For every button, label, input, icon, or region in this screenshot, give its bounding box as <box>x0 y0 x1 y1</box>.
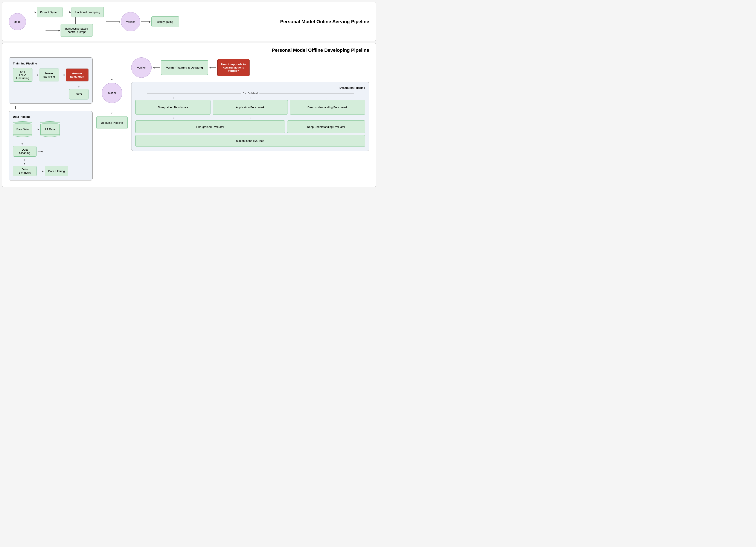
dpo-section: ▼ DPO <box>13 82 88 99</box>
node-answer-evaluation: Answer Evaluation <box>66 68 88 81</box>
node-verifier-training: Verifier Training & Updating <box>161 60 208 75</box>
training-flow: SFT LoRA Finetuning ▶ Answer Sampling <box>13 68 88 82</box>
synthesis-filtering-row: Data Synthesis ▶ Data Filtering <box>13 166 88 176</box>
node-verifier-online: Verifier <box>121 12 140 31</box>
data-pipeline-box: Data Pipeline Raw Data <box>9 111 93 180</box>
node-data-synthesis: Data Synthesis <box>13 166 37 176</box>
ae-down-arrow <box>112 70 112 77</box>
model-down-arrow <box>112 105 112 110</box>
node-fine-grained-evaluator: Fine-grained Evaluator <box>135 120 285 133</box>
node-deep-understanding-evaluator: Deep Understanding Evaluator <box>287 120 365 133</box>
raw-down-arrow <box>13 139 88 141</box>
data-cleaning-row: Data Cleaning ◀ <box>13 146 88 157</box>
node-l1-data: L1 Data <box>40 121 60 137</box>
evaluator-row: Fine-grained Evaluator Deep Understandin… <box>135 120 365 133</box>
node-model-offline: Model <box>102 83 122 103</box>
node-human-eval-loop: human in the eval loop <box>135 135 365 147</box>
node-safety-gating: safety gating <box>151 16 179 27</box>
node-verifier-offline: Verifier <box>131 57 152 78</box>
node-perspective-prompt: perspective-based control prompt <box>61 24 93 37</box>
benchmark-row: Fine-grained Benchmark Application Bench… <box>135 100 365 115</box>
node-deep-understanding-benchmark: Deep understanding Benchmark <box>290 100 365 115</box>
node-raw-data: Raw Data <box>13 121 32 137</box>
node-sft: SFT LoRA Finetuning <box>13 68 32 82</box>
evaluator-arrows-down: ↓ ↓ ↓ <box>135 116 365 120</box>
online-section: Model ▶ Prompt System <box>2 2 376 41</box>
data-to-training-arrow <box>9 106 93 109</box>
left-panels: Trainning Pipeline SFT LoRA Finetuning ▶ <box>9 57 93 180</box>
node-answer-sampling: Answer Sampling <box>39 68 59 81</box>
evaluation-pipeline-box: Evaluation Pipeline Can Be Mixed ↓ ↓ ↓ <box>131 82 369 151</box>
raw-l1-row: Raw Data ▶ L1 Dat <box>13 121 88 137</box>
benchmark-arrows-down: ↓ ↓ ↓ <box>135 96 365 99</box>
can-be-mixed: Can Be Mixed <box>135 91 365 95</box>
center-col: ▼ Model ▼ Updating Pipeline <box>95 57 129 132</box>
node-fine-grained-benchmark: Fine-grained Benchmark <box>135 100 210 115</box>
node-updating-pipeline: Updating Pipeline <box>96 116 128 129</box>
data-pipeline-label: Data Pipeline <box>13 115 88 118</box>
training-pipeline-box: Trainning Pipeline SFT LoRA Finetuning ▶ <box>9 57 93 103</box>
offline-section: Personal Model Offline Developing Pipeli… <box>2 43 376 187</box>
node-dpo: DPO <box>69 89 88 99</box>
node-prompt-system: Prompt System <box>37 7 62 17</box>
verifier-training-row: Verifier ◀ Verifier Training & Updating … <box>131 57 369 78</box>
model-right-arrow <box>112 132 112 132</box>
cleaning-down-arrow <box>13 159 88 161</box>
offline-title: Personal Model Offline Developing Pipeli… <box>9 47 369 53</box>
online-title: Personal Model Online Serving Pipeline <box>179 19 369 24</box>
node-data-cleaning: Data Cleaning <box>13 146 37 157</box>
eval-pipeline-label: Evaluation Pipeline <box>135 86 365 89</box>
main-wrapper: Model ▶ Prompt System <box>0 0 378 189</box>
node-functional-prompting: functional prompting <box>72 7 104 17</box>
node-data-filtering: Data Filtering <box>45 166 68 176</box>
training-pipeline-label: Trainning Pipeline <box>13 62 88 65</box>
node-application-benchmark: Application Benchmark <box>213 100 288 115</box>
node-how-to-upgrade: How to upgrade to Reward Model & Verifie… <box>217 59 250 76</box>
node-model-online: Model <box>9 13 26 30</box>
offline-content: Trainning Pipeline SFT LoRA Finetuning ▶ <box>9 57 369 180</box>
right-panels: Verifier ◀ Verifier Training & Updating … <box>131 57 369 151</box>
